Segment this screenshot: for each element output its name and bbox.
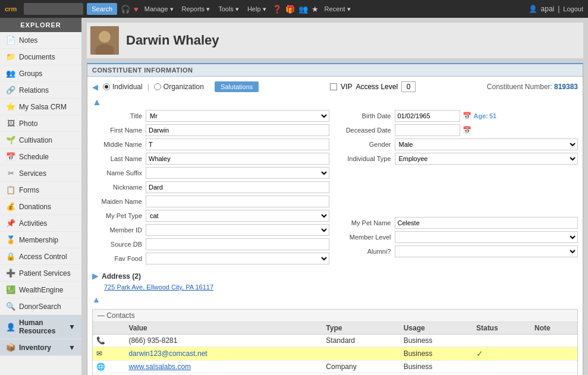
- deceased-date-input[interactable]: [395, 124, 460, 136]
- individual-radio[interactable]: [103, 83, 110, 90]
- search-input[interactable]: [24, 3, 83, 15]
- row-note: [531, 361, 577, 373]
- row-icon: 🌐: [93, 361, 125, 373]
- nav-manage[interactable]: Manage ▾: [142, 5, 176, 13]
- patient-services-icon: ➕: [6, 269, 15, 278]
- sidebar-label-documents: Documents: [19, 53, 55, 61]
- sidebar-item-services[interactable]: ✂ Services: [0, 165, 81, 182]
- member-id-label: Member ID: [92, 226, 146, 234]
- spacer-row2: [341, 184, 578, 198]
- row-status: [473, 361, 531, 373]
- tab-individual[interactable]: Individual: [103, 83, 143, 91]
- nav-reports[interactable]: Reports ▾: [180, 5, 213, 13]
- member-id-row: Member ID: [92, 224, 329, 236]
- avatar: [90, 26, 119, 55]
- human-resources-icon: 👤: [6, 323, 15, 332]
- nav-help[interactable]: Help ▾: [245, 5, 269, 13]
- vip-checkbox[interactable]: [330, 83, 337, 90]
- panel-header: CONSTITUENT INFORMATION: [87, 64, 583, 77]
- title-select[interactable]: Mr: [146, 110, 329, 122]
- sidebar-item-human-resources[interactable]: 👤 Human Resources ▼: [0, 315, 81, 339]
- sidebar-item-activities[interactable]: 📌 Activities: [0, 215, 81, 232]
- name-suffix-select[interactable]: [146, 167, 329, 179]
- calendar-icon-2[interactable]: 📅: [463, 126, 471, 134]
- member-level-row: Member Level: [341, 231, 578, 243]
- row-usage: Business: [400, 335, 473, 347]
- web-link[interactable]: www.salsalabs.com: [128, 363, 191, 371]
- sidebar-label-wealthengine: WealthEngine: [19, 286, 64, 294]
- search-button[interactable]: Search: [87, 3, 117, 15]
- birth-date-input[interactable]: [395, 110, 460, 122]
- calendar-icon[interactable]: 📅: [463, 112, 471, 120]
- pet-name-input[interactable]: [395, 217, 578, 229]
- sidebar-item-groups[interactable]: 👥 Groups: [0, 65, 81, 82]
- gender-select[interactable]: Male: [395, 138, 578, 150]
- col-value: Value: [125, 322, 322, 335]
- tab-organization[interactable]: Organization: [154, 83, 204, 91]
- nav-recent[interactable]: Recent ▾: [322, 5, 353, 13]
- access-level-box[interactable]: 0: [401, 81, 416, 92]
- fav-food-select[interactable]: [146, 253, 329, 264]
- organization-radio[interactable]: [154, 83, 161, 90]
- type-tabs: ◀ Individual | Organization Salutations …: [92, 81, 578, 92]
- sidebar-item-donorsearch[interactable]: 🔍 DonorSearch: [0, 298, 81, 315]
- donorsearch-icon: 🔍: [6, 302, 15, 311]
- row-note: [531, 335, 577, 347]
- sidebar-item-membership[interactable]: 🏅 Membership: [0, 232, 81, 248]
- back-arrow[interactable]: ◀: [92, 83, 98, 92]
- contacts-section: — Contacts Value Type Usage Status: [92, 309, 578, 375]
- sidebar-item-schedule[interactable]: 📅 Schedule: [0, 149, 81, 165]
- add-address-arrow[interactable]: ▲: [92, 295, 578, 304]
- row-note: [531, 347, 577, 361]
- logout-button[interactable]: Logout: [563, 5, 583, 12]
- member-id-select[interactable]: [146, 224, 329, 236]
- member-level-select[interactable]: [395, 231, 578, 243]
- middle-name-input[interactable]: [146, 138, 329, 150]
- sidebar-item-cultivation[interactable]: 🌱 Cultivation: [0, 132, 81, 149]
- pet-type-select[interactable]: cat: [146, 210, 329, 222]
- schedule-icon: 📅: [6, 152, 15, 161]
- sidebar-item-relations[interactable]: 🔗 Relations: [0, 82, 81, 99]
- up-arrow[interactable]: ▲: [92, 97, 578, 108]
- pet-type-row: My Pet Type cat: [92, 210, 329, 222]
- expand-icon-2: ▼: [68, 344, 76, 352]
- nav-tools[interactable]: Tools ▾: [216, 5, 241, 13]
- sidebar-item-notes[interactable]: 📄 Notes: [0, 32, 81, 49]
- address-link[interactable]: 725 Park Ave, Ellwood City, PA 16117: [104, 283, 213, 291]
- alumni-select[interactable]: [395, 245, 578, 257]
- address-arrow[interactable]: ▶: [92, 272, 98, 281]
- last-name-input[interactable]: [146, 153, 329, 165]
- sidebar-item-forms[interactable]: 📋 Forms: [0, 182, 81, 198]
- sidebar-item-donations[interactable]: 💰 Donations: [0, 198, 81, 215]
- table-row: 📞 (866) 935-8281 Standard Business: [93, 335, 577, 347]
- access-level-label: Access Level: [356, 83, 398, 91]
- address-header: Address (2): [102, 272, 141, 281]
- sidebar-item-access-control[interactable]: 🔒 Access Control: [0, 248, 81, 265]
- contacts-table-wrapper[interactable]: Value Type Usage Status Note 📞: [93, 322, 577, 375]
- sidebar: EXPLORER 📄 Notes 📁 Documents 👥 Groups 🔗 …: [0, 18, 82, 375]
- people-icon: 👥: [298, 5, 308, 14]
- sidebar-item-documents[interactable]: 📁 Documents: [0, 49, 81, 65]
- maiden-name-row: Maiden Name: [92, 196, 329, 207]
- sidebar-label-access-control: Access Control: [19, 253, 67, 261]
- main-wrapper: EXPLORER 📄 Notes 📁 Documents 👥 Groups 🔗 …: [0, 18, 588, 375]
- sidebar-label-human-resources: Human Resources: [19, 319, 65, 335]
- email-icon: ✉: [96, 349, 102, 358]
- first-name-input[interactable]: [146, 124, 329, 136]
- sidebar-label-relations: Relations: [19, 86, 49, 94]
- heart-icon[interactable]: ♥: [134, 5, 139, 14]
- salutations-button[interactable]: Salutations: [215, 81, 259, 92]
- row-usage: Business: [400, 361, 473, 373]
- nickname-input[interactable]: [146, 181, 329, 193]
- sidebar-item-photo[interactable]: 🖼 Photo: [0, 115, 81, 132]
- sidebar-item-wealthengine[interactable]: 💹 WealthEngine: [0, 282, 81, 298]
- star-icon: ★: [312, 5, 319, 14]
- constituent-number: 819383: [554, 83, 578, 91]
- individual-type-select[interactable]: Employee: [395, 153, 578, 165]
- sidebar-item-mysalsa[interactable]: ⭐ My Salsa CRM: [0, 99, 81, 115]
- maiden-name-input[interactable]: [146, 196, 329, 207]
- col-usage: Usage: [400, 322, 473, 335]
- source-db-input[interactable]: [146, 238, 329, 250]
- sidebar-item-inventory[interactable]: 📦 Inventory ▼: [0, 339, 81, 356]
- sidebar-item-patient-services[interactable]: ➕ Patient Services: [0, 265, 81, 282]
